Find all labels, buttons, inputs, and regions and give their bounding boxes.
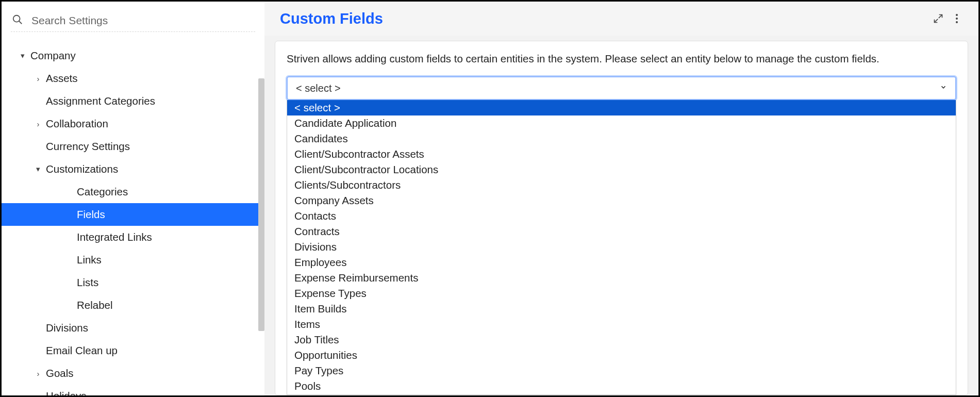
dropdown-option[interactable]: Items	[287, 317, 956, 332]
sidebar-item-label: Goals	[46, 367, 74, 379]
dropdown-option[interactable]: Company Assets	[287, 193, 956, 208]
sidebar-item-label: Email Clean up	[46, 344, 118, 357]
dropdown-option[interactable]: < select >	[287, 100, 956, 115]
sidebar-item-label: Currency Settings	[46, 140, 130, 153]
sidebar-item-goals[interactable]: ›Goals	[2, 362, 264, 385]
dropdown-option[interactable]: Candidates	[287, 131, 956, 146]
sidebar-item-fields[interactable]: •Fields	[2, 203, 264, 226]
sidebar-item-email-clean-up[interactable]: •Email Clean up	[2, 339, 264, 362]
app-frame: ▾Company›Assets•Assignment Categories›Co…	[0, 0, 980, 397]
chevron-right-icon: ›	[30, 74, 46, 83]
sidebar-item-label: Divisions	[46, 322, 88, 334]
dropdown-option[interactable]: Expense Types	[287, 286, 956, 301]
dropdown-option[interactable]: Expense Reimbursements	[287, 270, 956, 286]
sidebar-item-lists[interactable]: •Lists	[2, 271, 264, 294]
dropdown-option[interactable]: Contacts	[287, 208, 956, 224]
search-wrap	[2, 2, 264, 37]
sidebar-item-label: Collaboration	[46, 118, 108, 130]
dropdown-option[interactable]: Candidate Application	[287, 115, 956, 131]
sidebar-item-label: Holidays	[46, 390, 87, 395]
content-card: Striven allows adding custom fields to c…	[275, 41, 968, 395]
sidebar-tree: ▾Company›Assets•Assignment Categories›Co…	[2, 37, 264, 395]
dropdown-option[interactable]: Employees	[287, 255, 956, 270]
chevron-down-icon: ▾	[15, 51, 30, 60]
svg-point-4	[956, 21, 958, 23]
sidebar-item-currency-settings[interactable]: •Currency Settings	[2, 135, 264, 158]
dropdown-option[interactable]: Client/Subcontractor Locations	[287, 162, 956, 177]
entity-select-value: < select >	[296, 82, 940, 94]
search-input[interactable]	[31, 14, 254, 27]
sidebar-item-divisions[interactable]: •Divisions	[2, 317, 264, 339]
more-icon[interactable]	[948, 9, 966, 28]
sidebar-item-label: Assignment Categories	[46, 95, 155, 107]
settings-sidebar: ▾Company›Assets•Assignment Categories›Co…	[2, 2, 264, 395]
expand-icon[interactable]	[929, 9, 948, 28]
sidebar-item-label: Links	[77, 254, 102, 266]
chevron-down-icon: ▾	[30, 164, 46, 174]
svg-point-0	[13, 15, 20, 22]
sidebar-item-holidays[interactable]: •Holidays	[2, 385, 264, 395]
search-row[interactable]	[11, 11, 255, 32]
sidebar-item-label: Lists	[77, 276, 98, 289]
svg-line-1	[19, 21, 22, 24]
dropdown-option[interactable]: Contracts	[287, 224, 956, 239]
dropdown-option[interactable]: Job Titles	[287, 332, 956, 348]
main-header: Custom Fields	[264, 2, 978, 36]
dropdown-option[interactable]: Pools	[287, 378, 956, 394]
sidebar-item-label: Customizations	[46, 163, 118, 175]
chevron-down-icon	[940, 84, 947, 93]
dropdown-option[interactable]: Clients/Subcontractors	[287, 177, 956, 193]
sidebar-item-integrated-links[interactable]: •Integrated Links	[2, 226, 264, 249]
sidebar-tree-scroll[interactable]: ▾Company›Assets•Assignment Categories›Co…	[2, 37, 264, 395]
sidebar-item-label: Relabel	[77, 299, 113, 311]
description-text: Striven allows adding custom fields to c…	[287, 53, 956, 65]
sidebar-item-customizations[interactable]: ▾Customizations	[2, 158, 264, 180]
svg-point-3	[956, 18, 958, 20]
sidebar-item-relabel[interactable]: •Relabel	[2, 294, 264, 317]
dropdown-option[interactable]: Projects	[287, 394, 956, 395]
sidebar-item-categories[interactable]: •Categories	[2, 180, 264, 203]
sidebar-item-company[interactable]: ▾Company	[2, 44, 264, 67]
sidebar-item-label: Company	[30, 49, 76, 62]
entity-select[interactable]: < select >	[287, 76, 956, 100]
sidebar-item-assignment-categories[interactable]: •Assignment Categories	[2, 90, 264, 112]
sidebar-item-label: Assets	[46, 72, 78, 85]
sidebar-item-assets[interactable]: ›Assets	[2, 67, 264, 90]
search-icon	[12, 14, 23, 27]
sidebar-scrollbar-thumb[interactable]	[258, 78, 264, 331]
sidebar-item-label: Integrated Links	[77, 231, 152, 243]
main-panel: Custom Fields Striven allows adding cust…	[264, 2, 978, 395]
entity-dropdown[interactable]: < select >Candidate ApplicationCandidate…	[287, 100, 956, 395]
sidebar-item-label: Categories	[77, 186, 128, 198]
dropdown-option[interactable]: Divisions	[287, 239, 956, 255]
dropdown-option[interactable]: Client/Subcontractor Assets	[287, 146, 956, 162]
sidebar-item-links[interactable]: •Links	[2, 249, 264, 271]
dropdown-option[interactable]: Pay Types	[287, 363, 956, 378]
svg-point-2	[956, 14, 958, 16]
chevron-right-icon: ›	[30, 369, 46, 378]
page-title: Custom Fields	[280, 10, 929, 27]
sidebar-item-collaboration[interactable]: ›Collaboration	[2, 112, 264, 135]
chevron-right-icon: ›	[30, 120, 46, 128]
dropdown-option[interactable]: Opportunities	[287, 348, 956, 363]
sidebar-item-label: Fields	[77, 208, 105, 221]
dropdown-option[interactable]: Item Builds	[287, 301, 956, 317]
